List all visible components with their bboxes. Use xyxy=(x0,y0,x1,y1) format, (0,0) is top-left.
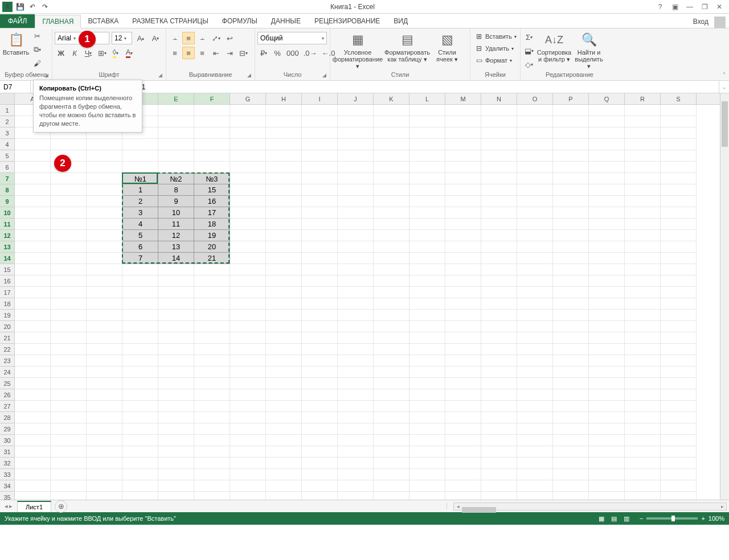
cell-C10[interactable] xyxy=(87,207,122,219)
cell-F12[interactable]: 19 xyxy=(194,230,230,241)
cell-K28[interactable] xyxy=(374,412,409,423)
cell-N27[interactable] xyxy=(481,401,517,412)
cell-M27[interactable] xyxy=(445,401,481,412)
cell-N6[interactable] xyxy=(481,162,517,173)
row-header-32[interactable]: 32 xyxy=(0,458,15,469)
cell-B8[interactable] xyxy=(51,184,87,196)
cell-E26[interactable] xyxy=(158,389,194,401)
cell-N28[interactable] xyxy=(481,412,517,423)
cell-J5[interactable] xyxy=(338,150,374,162)
cell-C5[interactable] xyxy=(87,150,122,162)
cell-K21[interactable] xyxy=(374,332,409,344)
cell-J8[interactable] xyxy=(338,184,374,196)
cell-H1[interactable] xyxy=(266,105,302,116)
cell-R27[interactable] xyxy=(625,401,661,412)
borders-icon[interactable]: ⊞▾ xyxy=(96,47,108,59)
cell-R12[interactable] xyxy=(625,230,661,241)
format-painter-icon[interactable]: 🖌 xyxy=(31,57,43,69)
cell-Q32[interactable] xyxy=(589,458,625,469)
cell-L27[interactable] xyxy=(409,401,445,412)
cell-D17[interactable] xyxy=(122,287,158,298)
increase-indent-icon[interactable]: ⇥ xyxy=(223,47,236,59)
cell-S33[interactable] xyxy=(661,469,697,480)
cell-G22[interactable] xyxy=(230,344,266,355)
cell-Q22[interactable] xyxy=(589,344,625,355)
cell-Q3[interactable] xyxy=(589,127,625,139)
cell-B22[interactable] xyxy=(51,344,87,355)
cell-A7[interactable] xyxy=(15,173,51,184)
cell-J34[interactable] xyxy=(338,480,374,492)
row-header-22[interactable]: 22 xyxy=(0,344,15,355)
cell-D31[interactable] xyxy=(122,446,158,458)
cell-L8[interactable] xyxy=(409,184,445,196)
shrink-font-icon[interactable]: A▾ xyxy=(149,32,162,44)
cell-C16[interactable] xyxy=(87,275,122,287)
cell-Q27[interactable] xyxy=(589,401,625,412)
cell-G27[interactable] xyxy=(230,401,266,412)
cell-O19[interactable] xyxy=(517,310,553,321)
cell-F17[interactable] xyxy=(194,287,230,298)
cell-G35[interactable] xyxy=(230,492,266,500)
cell-Q28[interactable] xyxy=(589,412,625,423)
font-color-icon[interactable]: A▾ xyxy=(123,47,136,59)
col-header-K[interactable]: K xyxy=(374,93,409,104)
cell-S6[interactable] xyxy=(661,162,697,173)
cell-Q11[interactable] xyxy=(589,219,625,230)
align-top-icon[interactable]: ⫠ xyxy=(169,32,181,44)
tab-вставка[interactable]: ВСТАВКА xyxy=(81,15,125,28)
cell-C23[interactable] xyxy=(87,355,122,367)
cell-J20[interactable] xyxy=(338,321,374,332)
cell-N31[interactable] xyxy=(481,446,517,458)
cell-N11[interactable] xyxy=(481,219,517,230)
cell-R15[interactable] xyxy=(625,264,661,275)
cell-S13[interactable] xyxy=(661,241,697,253)
cell-S3[interactable] xyxy=(661,127,697,139)
cell-E5[interactable] xyxy=(158,150,194,162)
cell-D28[interactable] xyxy=(122,412,158,423)
cell-S32[interactable] xyxy=(661,458,697,469)
cell-I3[interactable] xyxy=(302,127,338,139)
cell-G20[interactable] xyxy=(230,321,266,332)
cell-Q2[interactable] xyxy=(589,116,625,127)
cell-M15[interactable] xyxy=(445,264,481,275)
cell-L16[interactable] xyxy=(409,275,445,287)
cell-A5[interactable] xyxy=(15,150,51,162)
cell-Q17[interactable] xyxy=(589,287,625,298)
cell-O8[interactable] xyxy=(517,184,553,196)
cell-E20[interactable] xyxy=(158,321,194,332)
cell-J17[interactable] xyxy=(338,287,374,298)
cell-D19[interactable] xyxy=(122,310,158,321)
cell-S27[interactable] xyxy=(661,401,697,412)
font-size-combo[interactable]: 12▾ xyxy=(112,32,132,44)
cell-N4[interactable] xyxy=(481,139,517,150)
cell-K14[interactable] xyxy=(374,253,409,264)
cell-O15[interactable] xyxy=(517,264,553,275)
cell-G5[interactable] xyxy=(230,150,266,162)
cell-E15[interactable] xyxy=(158,264,194,275)
cell-D24[interactable] xyxy=(122,367,158,378)
tab-вид[interactable]: ВИД xyxy=(387,15,415,28)
cell-L1[interactable] xyxy=(409,105,445,116)
align-middle-icon[interactable]: ≡ xyxy=(182,32,195,44)
cell-P20[interactable] xyxy=(553,321,589,332)
cell-R9[interactable] xyxy=(625,196,661,207)
cell-A22[interactable] xyxy=(15,344,51,355)
cell-J25[interactable] xyxy=(338,378,374,389)
page-layout-view-icon[interactable]: ▤ xyxy=(608,515,620,522)
cell-A20[interactable] xyxy=(15,321,51,332)
cell-E23[interactable] xyxy=(158,355,194,367)
cell-H28[interactable] xyxy=(266,412,302,423)
cell-L25[interactable] xyxy=(409,378,445,389)
cell-N21[interactable] xyxy=(481,332,517,344)
cell-N32[interactable] xyxy=(481,458,517,469)
cell-Q15[interactable] xyxy=(589,264,625,275)
cell-M13[interactable] xyxy=(445,241,481,253)
col-header-G[interactable]: G xyxy=(230,93,266,104)
cell-G3[interactable] xyxy=(230,127,266,139)
cell-D34[interactable] xyxy=(122,480,158,492)
cell-P18[interactable] xyxy=(553,298,589,310)
cell-N35[interactable] xyxy=(481,492,517,500)
cell-I25[interactable] xyxy=(302,378,338,389)
cell-M34[interactable] xyxy=(445,480,481,492)
cell-R8[interactable] xyxy=(625,184,661,196)
